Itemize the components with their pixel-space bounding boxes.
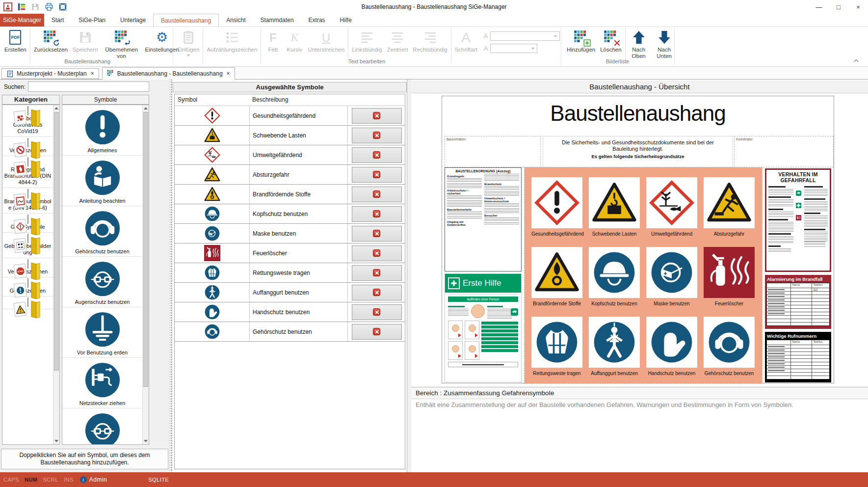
table-row[interactable]: Brandfördernde Stoffe [175, 185, 405, 204]
remove-symbol-button[interactable] [352, 187, 402, 202]
symbol-item[interactable]: Netzstecker ziehen [62, 358, 142, 408]
panel-splitter[interactable] [169, 80, 173, 472]
underline-icon: U [322, 34, 330, 41]
loeschen-button[interactable]: Löschen [598, 28, 624, 53]
scroll-down-icon[interactable] [143, 438, 149, 444]
category-item[interactable]: Symbole - Coronavirus CoVid19 [2, 105, 53, 137]
table-row[interactable]: Gesundheitsgefährdend [175, 106, 405, 126]
tab-extras[interactable]: Extras [301, 14, 333, 27]
remove-symbol-button[interactable] [352, 304, 402, 320]
emergency-phone-icon [796, 190, 801, 196]
categories-scrollbar[interactable] [53, 105, 59, 444]
scrollbar-thumb[interactable] [54, 112, 59, 371]
symbols-scrollbar[interactable] [142, 105, 149, 444]
tab-stammdaten[interactable]: Stammdaten [253, 14, 301, 27]
table-row[interactable]: Maske benutzen [175, 224, 405, 244]
bauvorhaben-box[interactable]: Bauvorhaben: [445, 136, 541, 167]
baustellenordnung-region[interactable]: BAUSTELLENORDNUNG (Auszug) Grundregeln A… [445, 167, 522, 271]
table-row[interactable]: Rettungsweste tragen [175, 263, 405, 283]
bereich-title: Bereich : Zusammenfassung Gefahrensymbol… [411, 387, 868, 399]
remove-symbol-button[interactable] [352, 108, 402, 124]
table-row[interactable]: Gehörschutz benutzen [175, 322, 405, 342]
scrollbar-thumb[interactable] [143, 112, 148, 387]
warning-fall-icon [204, 166, 220, 183]
category-item-partial[interactable] [2, 297, 53, 309]
close-button[interactable]: × [848, 0, 868, 14]
tab-baustellenaushang[interactable]: Baustellenaushang [153, 14, 219, 27]
symbol-item[interactable]: Vor Benutzung erden [62, 307, 142, 358]
warning-suspended-load-icon [204, 127, 220, 143]
statement-box[interactable]: Die Sicherheits- und Gesundheitsschutzdo… [543, 136, 733, 167]
first-aid-cross-icon [448, 277, 460, 289]
category-item[interactable]: Rettungs- und Brandschutzz. (DIN 4844-2) [2, 156, 53, 188]
symbol-item[interactable]: Augenschutz benutzen [62, 257, 142, 307]
symbol-item-partial[interactable] [62, 408, 142, 445]
tab-ansicht[interactable]: Ansicht [219, 14, 253, 27]
tab-sige-plan[interactable]: SiGe-Plan [71, 14, 113, 27]
table-row[interactable]: Auffanggurt benutzen [175, 283, 405, 302]
group-text-bearbeiten: Einfügen Aufzählungszeichen F Fett K Kur… [175, 28, 560, 58]
delete-icon [373, 151, 380, 159]
remove-symbol-button[interactable] [352, 147, 402, 163]
erstellen-button[interactable]: PDF Erstellen [2, 28, 29, 53]
maximize-button[interactable]: □ [829, 0, 848, 14]
remove-symbol-button[interactable] [352, 226, 402, 242]
erste-hilfe-region[interactable]: Erste Hilfe Auffinden einer Person [445, 273, 522, 382]
table-row[interactable]: Schwebende Lasten [175, 126, 405, 145]
symbols-list: Allgemeines Anleitung beachten Gehörschu… [62, 105, 149, 445]
doctab-baustellenaushang[interactable]: Baustellenaushang - Baustellenaushang × [102, 67, 235, 80]
table-row[interactable]: Absturzgefahr [175, 165, 405, 185]
collapse-ribbon-icon[interactable] [852, 57, 860, 64]
minimize-button[interactable]: — [809, 0, 829, 14]
symbol-item[interactable]: Allgemeines [62, 105, 142, 156]
nach-oben-button[interactable]: Nach Oben [627, 28, 651, 59]
table-row[interactable]: Feuerlöscher [175, 244, 405, 263]
alarmierung-im-brandfall-region[interactable]: Alarmierung im Brandfall NameTelefon 112 [765, 275, 831, 329]
table-row[interactable]: Handschutz benutzen [175, 302, 405, 322]
remove-symbol-button[interactable] [352, 265, 402, 281]
gefahrensymbole-region-selected[interactable]: Gesundheitsgefährdend Schwebende Lasten … [525, 167, 762, 383]
undo-icon [53, 39, 60, 47]
category-item[interactable]: Brandschutzsymbole (DIN 14034-6) [2, 188, 53, 214]
doctab-musterprojekt[interactable]: Musterprojekt - Musterplan × [1, 68, 99, 79]
close-tab-icon[interactable]: × [227, 70, 230, 77]
wichtige-rufnummern-region[interactable]: Wichtige Rufnummern NameTelefon [765, 332, 831, 382]
category-item[interactable]: STOP Verkehrszeichen [2, 258, 53, 277]
category-item[interactable]: GHS Symbole [2, 214, 53, 233]
remove-symbol-button[interactable] [352, 285, 402, 300]
delete-icon [373, 328, 380, 335]
zuruecksetzen-button[interactable]: Zurücksetzen [31, 28, 70, 53]
emergency-phone-icon [511, 308, 518, 316]
uebernehmen-von-button[interactable]: Übernehmen von [101, 28, 143, 59]
remove-symbol-button[interactable] [352, 245, 402, 261]
category-item[interactable]: Verbotszeichen [2, 137, 53, 156]
remove-symbol-button[interactable] [352, 324, 402, 340]
symbol-item[interactable]: Gehörschutz benutzen [62, 206, 142, 257]
remove-symbol-button[interactable] [352, 206, 402, 222]
category-item[interactable]: Gebotszeichen [2, 277, 53, 297]
first-aid-step-card [465, 341, 479, 360]
close-tab-icon[interactable]: × [91, 70, 94, 77]
nach-unten-button[interactable]: Nach Unten [651, 28, 678, 59]
search-input[interactable] [28, 81, 149, 92]
scroll-up-icon[interactable] [53, 105, 59, 111]
poster-symbol-tile: Handschutz benutzen [646, 317, 697, 381]
category-item[interactable]: Gebäudebeschilderung [2, 233, 53, 258]
poster-preview: Baustellenaushang Bauvorhaben: Die Siche… [442, 96, 834, 383]
remove-symbol-button[interactable] [352, 167, 402, 183]
tab-unterlage[interactable]: Unterlage [113, 14, 153, 27]
scroll-down-icon[interactable] [53, 438, 59, 444]
tab-sige-manager[interactable]: SiGe-Manager [0, 14, 44, 27]
symbol-item[interactable]: Anleitung beachten [62, 156, 142, 206]
verhalten-im-gefahrfall-region[interactable]: VERHALTEN IM GEFAHRFALL [765, 168, 831, 272]
tab-hilfe[interactable]: Hilfe [333, 14, 359, 27]
tab-start[interactable]: Start [44, 14, 71, 27]
remove-symbol-button[interactable] [352, 128, 402, 143]
table-row[interactable]: Kopfschutz benutzen [175, 204, 405, 224]
scroll-up-icon[interactable] [143, 105, 149, 111]
koordinator-box[interactable]: Koordinator: [734, 136, 834, 167]
linksbuendig-button: Linksbündig [349, 28, 384, 53]
hinzufuegen-button[interactable]: Hinzufügen [564, 28, 598, 53]
table-row[interactable]: Umweltgefährdend [175, 145, 405, 165]
poster-symbol-tile: Umweltgefährdend [646, 177, 697, 242]
